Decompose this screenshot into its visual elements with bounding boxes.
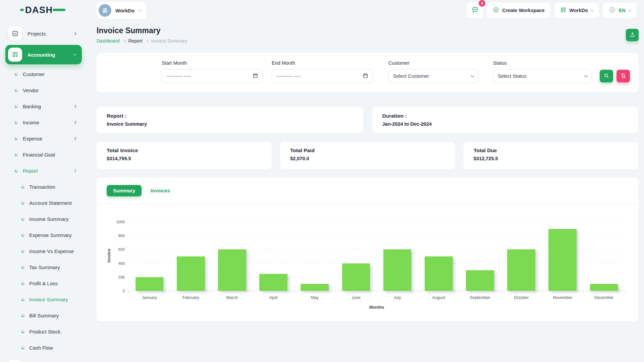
x-tick-label: March — [211, 295, 253, 300]
bar-slot-august — [418, 222, 459, 291]
start-month-label: Start Month — [162, 60, 263, 66]
sidebar-item-bill-summary[interactable]: Bill Summary — [0, 307, 87, 323]
workspace-name: WorkDo — [115, 8, 135, 13]
bars-row — [129, 222, 625, 291]
sidebar-item-income-vs-expense[interactable]: Income Vs Expense — [0, 243, 87, 259]
sidebar-item-expense-summary[interactable]: Expense Summary — [0, 227, 87, 243]
sidebar-item-income[interactable]: Income — [0, 114, 87, 130]
page-title: Invoice Summary — [97, 26, 187, 35]
sidebar-item-financial-goal[interactable]: Financial Goal — [0, 146, 87, 163]
bar-november — [548, 229, 577, 291]
grid-plus-icon — [8, 48, 22, 62]
filter-card: Start Month --------- ---- End Month ---… — [97, 53, 639, 93]
bar-december — [590, 284, 618, 291]
sidebar-item-profit-loss[interactable]: Profit & Loss — [0, 275, 87, 291]
total-invoice-value: $314,795.5 — [107, 156, 262, 161]
bullet-icon — [14, 169, 18, 172]
breadcrumb-dashboard[interactable]: Dashboard — [97, 38, 120, 44]
sidebar-item-tax-summary[interactable]: Tax Summary — [0, 259, 87, 275]
chevron-down-icon — [138, 8, 142, 12]
sidebar-item-label: Account Statement — [29, 200, 72, 206]
chart-plot: 02004006008001000 — [129, 222, 625, 291]
create-workspace-button[interactable]: Create Workspace — [487, 3, 550, 18]
x-axis-tick — [253, 291, 253, 293]
x-tick-label: November — [542, 295, 583, 300]
grid-plus-icon — [560, 7, 567, 14]
total-paid-card: Total Paid $2,070.0 — [280, 142, 455, 169]
report-card-value: Invoice Summary — [107, 121, 353, 127]
customer-select[interactable]: Select Customer — [388, 69, 478, 83]
bullet-icon — [21, 313, 25, 317]
sidebar-item-projects[interactable]: Projects — [5, 24, 82, 43]
customer-field: Customer Select Customer — [388, 60, 478, 83]
bullet-icon — [14, 120, 18, 124]
x-tick-label: April — [253, 295, 294, 300]
filter-buttons — [600, 70, 630, 82]
download-button[interactable] — [626, 29, 639, 41]
calendar-icon[interactable] — [363, 73, 368, 79]
breadcrumb-report[interactable]: Report — [128, 38, 143, 44]
sidebar-item-product-stock[interactable]: Product Stock — [0, 323, 87, 340]
invoice-bar-chart: Invoice 02004006008001000 JanuaryFebruar… — [97, 204, 639, 310]
status-field: Status Select Status — [493, 60, 592, 83]
sidebar-item-income-summary[interactable]: Income Summary — [0, 211, 87, 227]
y-tick-label: 400 — [118, 261, 125, 265]
duration-card: Duration : Jan-2024 to Dec-2024 — [372, 107, 639, 133]
sidebar-item-transaction[interactable]: Transaction — [0, 179, 87, 195]
end-month-input[interactable]: --------- ---- — [272, 69, 373, 83]
sidebar-item-label: Profit & Loss — [29, 281, 58, 286]
plus-circle-icon — [493, 7, 499, 14]
language-selector[interactable]: EN — [603, 3, 637, 18]
report-card: Report : Invoice Summary — [97, 107, 363, 133]
bar-slot-october — [501, 222, 542, 291]
chart-y-axis-title: Invoice — [107, 249, 111, 262]
x-axis-tick — [335, 291, 336, 293]
sidebar-item-account-statement[interactable]: Account Statement — [0, 195, 87, 211]
bar-august — [425, 256, 453, 291]
sidebar-item-label: Vendor — [23, 87, 39, 93]
bar-slot-may — [294, 222, 335, 291]
tab-invoices[interactable]: Invoices — [151, 188, 170, 193]
chevron-right-icon — [73, 32, 76, 35]
total-due-value: $312,725.5 — [474, 156, 629, 161]
x-tick-label: May — [294, 295, 335, 300]
total-paid-label: Total Paid — [290, 147, 445, 154]
x-axis-tick — [501, 291, 501, 293]
sidebar-item-label: Cash Flow — [29, 345, 53, 351]
reset-button[interactable] — [616, 70, 630, 82]
bar-slot-february — [170, 222, 211, 291]
sidebar-item-expense[interactable]: Expense — [0, 130, 87, 146]
bar-slot-march — [211, 222, 253, 291]
x-axis-tick — [170, 291, 170, 293]
workdo-menu-button[interactable]: WorkDo — [554, 3, 599, 18]
sidebar-item-banking[interactable]: Banking — [0, 98, 87, 114]
messages-button[interactable]: 0 — [467, 2, 483, 18]
workspace-selector[interactable]: WorkDo — [97, 2, 146, 19]
tab-summary[interactable]: Summary — [107, 185, 142, 196]
totals-row: Total Invoice $314,795.5 Total Paid $2,0… — [97, 142, 639, 169]
sidebar-item-label: Invoice Summary — [29, 297, 68, 302]
sidebar-item-cash-flow[interactable]: Cash Flow — [0, 340, 87, 356]
status-select[interactable]: Select Status — [493, 69, 592, 83]
calendar-icon[interactable] — [253, 73, 258, 79]
sidebar-item-label: Report — [23, 168, 38, 174]
sidebar-item-accounting[interactable]: Accounting — [5, 45, 82, 64]
x-tick-label: June — [335, 295, 377, 300]
sidebar-item-invoice-summary[interactable]: Invoice Summary — [0, 291, 87, 307]
x-axis-tick — [129, 291, 129, 293]
search-button[interactable] — [600, 70, 613, 82]
bullet-icon — [21, 329, 25, 333]
bar-february — [177, 256, 205, 291]
chevron-right-icon — [73, 169, 76, 172]
sidebar-item-vendor[interactable]: Vendor — [0, 82, 87, 98]
bar-slot-december — [583, 222, 625, 291]
sidebar-item-hrm[interactable]: HRM — [5, 357, 82, 362]
sidebar-item-label: Banking — [23, 104, 41, 109]
start-month-input[interactable]: --------- ---- — [162, 69, 263, 83]
bar-june — [342, 263, 370, 291]
sidebar-item-label: Financial Goal — [23, 152, 55, 158]
sidebar-item-label: Product Stock — [29, 329, 60, 335]
sidebar-item-report[interactable]: Report — [0, 163, 87, 179]
create-workspace-label: Create Workspace — [502, 8, 544, 13]
sidebar-item-customer[interactable]: Customer — [0, 66, 87, 82]
